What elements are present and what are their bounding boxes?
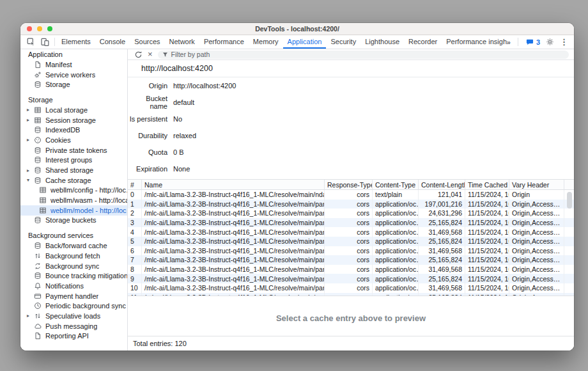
inspect-element-icon[interactable] [27, 38, 35, 46]
column-header-content-length[interactable]: Content-Length [419, 180, 465, 189]
origin-title: http://localhost:4200 [128, 60, 574, 77]
table-row[interactable]: 10/mlc-ai/Llama-3.2-3B-Instruct-q4f16_1-… [128, 283, 574, 293]
table-row[interactable]: 6/mlc-ai/Llama-3.2-3B-Instruct-q4f16_1-M… [128, 246, 574, 256]
sidebar-item-label: Cookies [45, 136, 71, 144]
column-header-name[interactable]: Name [142, 180, 325, 189]
sidebar-item-label: Cache storage [45, 177, 91, 184]
sidebar-item-reporting-api[interactable]: Reporting API [20, 331, 127, 342]
table-row[interactable]: 7/mlc-ai/Llama-3.2-3B-Instruct-q4f16_1-M… [128, 255, 574, 265]
settings-gear-icon[interactable] [546, 38, 554, 46]
more-tabs-button[interactable]: » [507, 38, 510, 46]
sidebar-item-service-workers[interactable]: Service workers [20, 70, 127, 80]
sidebar-item-bounce-tracking-mitigations[interactable]: Bounce tracking mitigations [20, 271, 127, 281]
cell-name: /mlc-ai/Llama-3.2-3B-Instruct-q4f16_1-ML… [142, 255, 325, 265]
chat-bubble-icon [526, 38, 534, 46]
tab-security[interactable]: Security [326, 35, 360, 49]
sidebar-item-back-forward-cache[interactable]: Back/forward cache [20, 241, 127, 251]
column-header-response-type[interactable]: Response-Type [325, 180, 373, 189]
column-header-[interactable]: # [128, 180, 142, 189]
sidebar-item-webllm-config-http-loc[interactable]: webllm/config - http://loc… [20, 186, 127, 196]
column-header-vary-header[interactable]: Vary Header [509, 180, 564, 189]
cell-response-type: cors [325, 255, 373, 265]
sidebar-item-background-fetch[interactable]: Background fetch [20, 251, 127, 261]
chevron-right-icon[interactable]: ▸ [27, 107, 34, 113]
tab-label: Application [288, 38, 322, 45]
sidebar-item-webllm-wasm-http-loca[interactable]: webllm/wasm - http://loca… [20, 195, 127, 205]
cell-content-type: application/oc… [373, 209, 419, 218]
sidebar-item-storage[interactable]: Storage [20, 79, 127, 90]
cell-response-type: cors [325, 227, 373, 237]
kebab-menu-icon[interactable]: ⋮ [560, 37, 568, 47]
tab-console[interactable]: Console [95, 35, 130, 49]
delete-selected-icon[interactable]: × [148, 50, 153, 58]
chevron-right-icon[interactable]: ▸ [27, 168, 34, 173]
table-row[interactable]: 1/mlc-ai/Llama-3.2-3B-Instruct-q4f16_1-M… [128, 200, 574, 209]
tab-performance-insights[interactable]: Performance insights [442, 35, 507, 49]
tab-sources[interactable]: Sources [130, 35, 164, 49]
sidebar-item-background-sync[interactable]: Background sync [20, 261, 127, 271]
sidebar-item-shared-storage[interactable]: ▸Shared storage [20, 165, 127, 175]
table-row[interactable]: 3/mlc-ai/Llama-3.2-3B-Instruct-q4f16_1-M… [128, 218, 574, 228]
metadata-row-origin: Originhttp://localhost:4200 [128, 77, 574, 94]
sidebar-item-interest-groups[interactable]: Interest groups [20, 155, 127, 166]
sidebar-item-notifications[interactable]: Notifications [20, 281, 127, 291]
tab-application[interactable]: Application [283, 35, 327, 49]
chevron-right-icon[interactable]: ▸ [27, 313, 34, 319]
tab-recorder[interactable]: Recorder [404, 35, 442, 49]
table-header-row: #NameResponse-TypeContent-TypeContent-Le… [128, 179, 574, 190]
sidebar-item-local-storage[interactable]: ▸Local storage [20, 105, 127, 115]
tab-elements[interactable]: Elements [57, 35, 95, 49]
cell-time-cached: 11/15/2024, 10… [465, 283, 509, 293]
tab-label: Memory [253, 38, 279, 45]
sidebar-item-label: Payment handler [45, 292, 98, 300]
tab-lighthouse[interactable]: Lighthouse [360, 35, 404, 49]
updown-icon [34, 252, 42, 260]
sidebar-item-cookies[interactable]: ▸Cookies [20, 135, 127, 145]
sidebar-item-storage-buckets[interactable]: Storage buckets [20, 216, 127, 226]
column-header-time-cached[interactable]: Time Cached [465, 180, 509, 189]
tab-label: Performance [204, 38, 244, 45]
sidebar-item-speculative-loads[interactable]: ▸Speculative loads [20, 311, 127, 321]
sync-icon [34, 262, 42, 270]
metadata-row-expiration: ExpirationNone [128, 161, 574, 177]
doc-icon [34, 332, 42, 340]
table-body[interactable]: 0/mlc-ai/Llama-3.2-3B-Instruct-q4f16_1-M… [128, 190, 574, 296]
sidebar-item-webllm-model-http-loc[interactable]: webllm/model - http://loc… [20, 205, 127, 216]
sidebar-item-indexeddb[interactable]: IndexedDB [20, 125, 127, 135]
sidebar-item-label: Storage [45, 81, 70, 88]
tab-network[interactable]: Network [165, 35, 199, 49]
issues-counter[interactable]: 3 [526, 38, 540, 46]
tab-performance[interactable]: Performance [199, 35, 249, 49]
sidebar-item-label: Service workers [45, 71, 95, 79]
table-row[interactable]: 4/mlc-ai/Llama-3.2-3B-Instruct-q4f16_1-M… [128, 227, 574, 237]
sidebar-item-payment-handler[interactable]: Payment handler [20, 291, 127, 301]
chevron-right-icon[interactable]: ▸ [27, 117, 34, 123]
column-header-content-type[interactable]: Content-Type [373, 180, 419, 189]
refresh-icon[interactable] [134, 51, 143, 59]
db-icon [34, 242, 42, 249]
total-entries-footer: Total entries: 120 [128, 336, 574, 351]
cell-response-type: cors [325, 237, 373, 246]
chevron-down-icon[interactable]: ▾ [27, 177, 34, 183]
tab-memory[interactable]: Memory [249, 35, 283, 49]
table-row[interactable]: 8/mlc-ai/Llama-3.2-3B-Instruct-q4f16_1-M… [128, 265, 574, 274]
chevron-right-icon[interactable]: ▸ [27, 137, 34, 143]
cache-storage-panel: × Filter by path http://localhost:4200 O… [128, 49, 574, 351]
filter-input[interactable]: Filter by path [158, 51, 569, 59]
table-row[interactable]: 5/mlc-ai/Llama-3.2-3B-Instruct-q4f16_1-M… [128, 237, 574, 246]
table-row[interactable]: 2/mlc-ai/Llama-3.2-3B-Instruct-q4f16_1-M… [128, 209, 574, 218]
scrollbar-thumb[interactable] [567, 192, 572, 209]
table-row[interactable]: 0/mlc-ai/Llama-3.2-3B-Instruct-q4f16_1-M… [128, 190, 574, 200]
sidebar-item-cache-storage[interactable]: ▾Cache storage [20, 175, 127, 186]
sidebar-item-periodic-background-sync[interactable]: Periodic background sync [20, 301, 127, 311]
sidebar-item-manifest[interactable]: Manifest [20, 59, 127, 70]
cell-content-length: 31,469,568 [419, 246, 465, 256]
grid-icon [34, 106, 42, 114]
table-row[interactable]: 9/mlc-ai/Llama-3.2-3B-Instruct-q4f16_1-M… [128, 274, 574, 283]
sidebar-item-push-messaging[interactable]: Push messaging [20, 321, 127, 331]
sidebar-item-private-state-tokens[interactable]: Private state tokens [20, 145, 127, 155]
cell-vary-header: Origin,Access… [509, 200, 564, 209]
cell-name: /mlc-ai/Llama-3.2-3B-Instruct-q4f16_1-ML… [142, 237, 325, 246]
toggle-device-toolbar-icon[interactable] [41, 38, 49, 46]
sidebar-item-session-storage[interactable]: ▸Session storage [20, 115, 127, 125]
